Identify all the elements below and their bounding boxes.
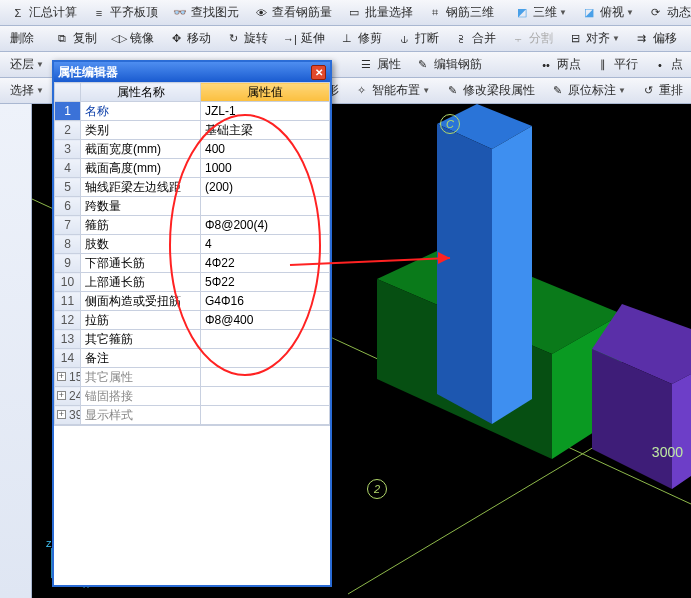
- property-row[interactable]: 7箍筋Φ8@200(4): [55, 216, 330, 235]
- property-row[interactable]: 15+其它属性: [55, 368, 330, 387]
- property-value[interactable]: 基础主梁: [201, 121, 330, 140]
- property-value[interactable]: 4Φ22: [201, 254, 330, 273]
- property-value[interactable]: 4: [201, 235, 330, 254]
- property-row[interactable]: 4截面高度(mm)1000: [55, 159, 330, 178]
- property-row[interactable]: 9下部通长筋4Φ22: [55, 254, 330, 273]
- tb-3d-view[interactable]: ◩三维▼: [508, 3, 573, 22]
- tb-sum-calc[interactable]: Σ汇总计算: [4, 3, 83, 22]
- property-value[interactable]: Φ8@200(4): [201, 216, 330, 235]
- property-value[interactable]: Φ8@400: [201, 311, 330, 330]
- property-row[interactable]: 2类别基础主梁: [55, 121, 330, 140]
- property-value[interactable]: [201, 197, 330, 216]
- tb-two-point[interactable]: ••两点: [532, 55, 587, 74]
- tb-top-view[interactable]: ◪俯视▼: [575, 3, 640, 22]
- property-name[interactable]: 显示样式: [81, 406, 201, 425]
- tb-select[interactable]: 选择▼: [4, 81, 50, 100]
- tb-align[interactable]: ⊟对齐▼: [561, 29, 626, 48]
- row-number[interactable]: 6: [55, 197, 81, 216]
- tb-rotate[interactable]: ↻旋转: [219, 29, 274, 48]
- tb-edit-rebar[interactable]: ✎编辑钢筋: [409, 55, 488, 74]
- property-name[interactable]: 其它箍筋: [81, 330, 201, 349]
- row-number[interactable]: 5: [55, 178, 81, 197]
- tb-mirror[interactable]: ◁▷镜像: [105, 29, 160, 48]
- property-name[interactable]: 跨数量: [81, 197, 201, 216]
- property-value[interactable]: 1000: [201, 159, 330, 178]
- row-number[interactable]: 1: [55, 102, 81, 121]
- property-name[interactable]: 肢数: [81, 235, 201, 254]
- tb-batch-select[interactable]: ▭批量选择: [340, 3, 419, 22]
- row-number[interactable]: 24+: [55, 387, 81, 406]
- tb-move[interactable]: ✥移动: [162, 29, 217, 48]
- property-name[interactable]: 轴线距梁左边线距: [81, 178, 201, 197]
- property-row[interactable]: 13其它箍筋: [55, 330, 330, 349]
- expand-icon[interactable]: +: [57, 372, 66, 381]
- tb-trim[interactable]: ⊥修剪: [333, 29, 388, 48]
- dialog-titlebar[interactable]: 属性编辑器 ✕: [54, 62, 330, 82]
- property-value[interactable]: [201, 387, 330, 406]
- tb-parallel[interactable]: ∥平行: [589, 55, 644, 74]
- col-name[interactable]: 属性名称: [81, 83, 201, 102]
- tb-stretch[interactable]: ↔拉伸▼: [685, 29, 691, 48]
- row-number[interactable]: 3: [55, 140, 81, 159]
- property-name[interactable]: 名称: [81, 102, 201, 121]
- property-row[interactable]: 5轴线距梁左边线距(200): [55, 178, 330, 197]
- property-name[interactable]: 锚固搭接: [81, 387, 201, 406]
- row-number[interactable]: 8: [55, 235, 81, 254]
- property-row[interactable]: 10上部通长筋5Φ22: [55, 273, 330, 292]
- property-name[interactable]: 类别: [81, 121, 201, 140]
- row-number[interactable]: 12: [55, 311, 81, 330]
- property-row[interactable]: 8肢数4: [55, 235, 330, 254]
- property-row[interactable]: 11侧面构造或受扭筋G4Φ16: [55, 292, 330, 311]
- property-value[interactable]: G4Φ16: [201, 292, 330, 311]
- row-number[interactable]: 11: [55, 292, 81, 311]
- tb-view-rebar[interactable]: 👁查看钢筋量: [247, 3, 338, 22]
- tb-copy[interactable]: ⧉复制: [48, 29, 103, 48]
- property-grid[interactable]: 属性名称 属性值 1名称JZL-12类别基础主梁3截面宽度(mm)4004截面高…: [54, 82, 330, 425]
- tb-delete[interactable]: 删除: [4, 29, 40, 48]
- property-value[interactable]: 400: [201, 140, 330, 159]
- property-row[interactable]: 39+显示样式: [55, 406, 330, 425]
- property-name[interactable]: 上部通长筋: [81, 273, 201, 292]
- tb-properties[interactable]: ☰属性: [352, 55, 407, 74]
- tb-join[interactable]: ⫔合并: [447, 29, 502, 48]
- property-value[interactable]: JZL-1: [201, 102, 330, 121]
- tb-reset[interactable]: ↺重排: [634, 81, 689, 100]
- property-value[interactable]: (200): [201, 178, 330, 197]
- property-row[interactable]: 6跨数量: [55, 197, 330, 216]
- property-name[interactable]: 截面宽度(mm): [81, 140, 201, 159]
- tb-offset[interactable]: ⇉偏移: [628, 29, 683, 48]
- row-number[interactable]: 39+: [55, 406, 81, 425]
- property-row[interactable]: 12拉筋Φ8@400: [55, 311, 330, 330]
- tb-point[interactable]: •点: [646, 55, 689, 74]
- property-name[interactable]: 截面高度(mm): [81, 159, 201, 178]
- property-value[interactable]: [201, 349, 330, 368]
- expand-icon[interactable]: +: [57, 410, 66, 419]
- tb-inplace-annotate[interactable]: ✎原位标注▼: [543, 81, 632, 100]
- property-editor-dialog[interactable]: 属性编辑器 ✕ 属性名称 属性值 1名称JZL-12类别基础主梁3截面宽度(mm…: [52, 60, 332, 587]
- property-row[interactable]: 3截面宽度(mm)400: [55, 140, 330, 159]
- property-value[interactable]: 5Φ22: [201, 273, 330, 292]
- property-value[interactable]: [201, 330, 330, 349]
- row-number[interactable]: 7: [55, 216, 81, 235]
- property-row[interactable]: 24+锚固搭接: [55, 387, 330, 406]
- tb-extend[interactable]: →|延伸: [276, 29, 331, 48]
- tb-level-slab[interactable]: ≡平齐板顶: [85, 3, 164, 22]
- expand-icon[interactable]: +: [57, 391, 66, 400]
- tb-restore-layer[interactable]: 还层▼: [4, 55, 50, 74]
- row-number[interactable]: 2: [55, 121, 81, 140]
- col-value[interactable]: 属性值: [201, 83, 330, 102]
- property-row[interactable]: 14备注: [55, 349, 330, 368]
- row-number[interactable]: 15+: [55, 368, 81, 387]
- row-number[interactable]: 4: [55, 159, 81, 178]
- tb-break[interactable]: ⫝打断: [390, 29, 445, 48]
- tb-find-element[interactable]: 👓查找图元: [166, 3, 245, 22]
- property-value[interactable]: [201, 368, 330, 387]
- property-name[interactable]: 其它属性: [81, 368, 201, 387]
- property-name[interactable]: 侧面构造或受扭筋: [81, 292, 201, 311]
- property-name[interactable]: 备注: [81, 349, 201, 368]
- close-button[interactable]: ✕: [311, 65, 326, 80]
- property-name[interactable]: 拉筋: [81, 311, 201, 330]
- property-name[interactable]: 箍筋: [81, 216, 201, 235]
- row-number[interactable]: 14: [55, 349, 81, 368]
- property-value[interactable]: [201, 406, 330, 425]
